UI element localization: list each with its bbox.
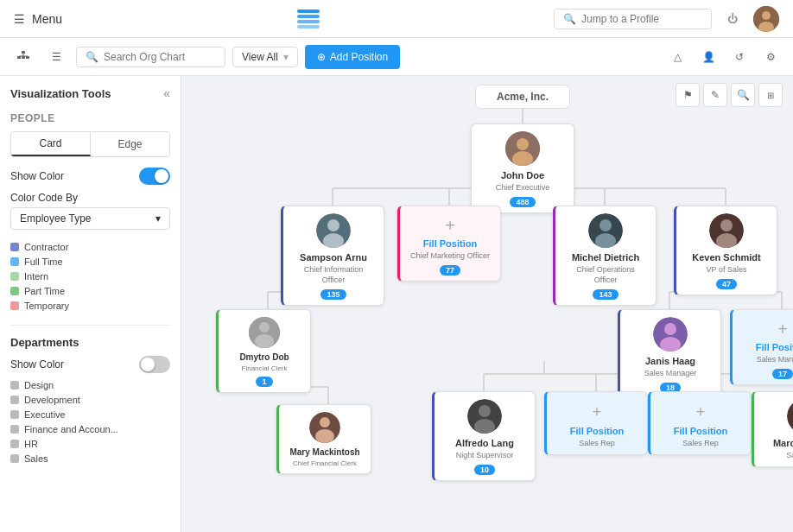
fc-badge: 1: [256, 377, 272, 387]
sales-mgr1-title: Sales Manager: [629, 369, 712, 379]
intern-color: [10, 272, 19, 281]
person-add-icon[interactable]: 👤: [696, 45, 720, 69]
user-avatar[interactable]: [753, 6, 779, 32]
sales-mgr1-avatar: [653, 317, 688, 352]
coo-avatar: [588, 213, 623, 248]
hierarchy-icon[interactable]: [10, 44, 36, 70]
legend-parttime: Part Time: [10, 286, 170, 296]
night-sup-photo: [467, 399, 502, 434]
dept-sales-label: Sales: [24, 453, 48, 464]
history-icon[interactable]: ↺: [727, 45, 752, 69]
list-view-icon[interactable]: ☰: [43, 44, 69, 70]
sales-rep1-name: Fill Position: [555, 425, 638, 437]
show-color-toggle[interactable]: [139, 168, 170, 185]
dept-show-color-label: Show Color: [10, 358, 64, 370]
employee-type-label: Employee Type: [20, 212, 92, 225]
sales-rep3-name: Marcus Smith: [763, 437, 793, 449]
add-position-label: Add Position: [330, 51, 388, 63]
night-sup-card[interactable]: Alfredo Lang Night Supervisor 10: [432, 391, 536, 481]
flag-tool[interactable]: ⚑: [676, 83, 700, 107]
svg-point-49: [259, 322, 270, 332]
cmo-card[interactable]: + Fill Position Chief Marketing Officer …: [397, 206, 501, 282]
chevron-down-icon: ▾: [283, 51, 289, 63]
employee-type-select[interactable]: Employee Type ▾: [10, 207, 170, 230]
sales-mgr2-card[interactable]: + Fill Position Sales Manager 17: [730, 309, 793, 385]
cfo-title: Chief Financial Clerk: [288, 459, 362, 468]
cio-photo: [316, 213, 351, 248]
sales-rep1-card[interactable]: + Fill Position Sales Rep: [544, 391, 648, 455]
zoom-out-tool[interactable]: 🔍: [731, 83, 755, 107]
visualization-sidebar: Visualization Tools « People Card Edge S…: [0, 76, 181, 532]
dept-design-label: Design: [24, 380, 54, 390]
svg-point-37: [517, 138, 529, 150]
fill-plus3-icon: +: [555, 404, 638, 420]
ceo-badge: 488: [510, 197, 535, 207]
fc-name: Dmytro Dob: [227, 352, 301, 363]
cmo-name: Fill Position: [409, 238, 492, 250]
hamburger-icon[interactable]: ☰: [14, 12, 25, 26]
night-sup-title: Night Supervisor: [443, 451, 526, 461]
cmo-title: Chief Marketing Officer: [409, 251, 492, 262]
show-color-label: Show Color: [10, 170, 64, 182]
sales-mgr1-name: Janis Haag: [629, 355, 712, 367]
contractor-label: Contractor: [24, 242, 68, 252]
sales-mgr2-name: Fill Position: [741, 341, 793, 353]
vps-badge: 47: [716, 279, 737, 289]
dept-development: Development: [10, 395, 170, 405]
profile-search-input[interactable]: [581, 13, 702, 25]
share-icon[interactable]: △: [665, 45, 689, 69]
profile-search[interactable]: 🔍: [554, 9, 712, 29]
view-all-dropdown[interactable]: View All ▾: [232, 47, 298, 67]
collapse-button[interactable]: «: [163, 86, 170, 100]
sales-mgr2-title: Sales Manager: [741, 355, 793, 365]
zoom-in-tool[interactable]: ⊞: [758, 83, 783, 107]
svg-rect-1: [297, 15, 320, 18]
cfo-card[interactable]: Mary Mackintosh Chief Financial Clerk: [276, 404, 371, 474]
coo-title: Chief Operations Officer: [564, 265, 647, 285]
sidebar-title: Visualization Tools: [10, 87, 111, 100]
sales-rep2-card[interactable]: + Fill Position Sales Rep: [648, 391, 752, 455]
svg-point-46: [720, 219, 733, 231]
cfo-photo: [309, 412, 340, 443]
org-search-input[interactable]: [104, 51, 216, 63]
sales-rep3-card[interactable]: Marcus Smith Sales Rep: [752, 391, 793, 467]
parttime-color: [10, 287, 19, 295]
ceo-card[interactable]: John Doe Chief Executive 488: [471, 124, 574, 213]
edit-tool[interactable]: ✎: [703, 83, 727, 107]
dept-show-color-toggle[interactable]: [139, 356, 170, 373]
dept-hr-label: HR: [24, 439, 38, 449]
org-chart-icon: [16, 50, 30, 64]
nav-right: 🔍 ⏻: [554, 6, 779, 32]
fc-card[interactable]: Dmytro Dob Financial Clerk 1: [216, 309, 311, 393]
fc-avatar: [249, 317, 280, 348]
settings-icon[interactable]: ⚙: [758, 45, 783, 69]
cio-title: Chief Information Officer: [292, 265, 375, 285]
cio-card[interactable]: Sampson Arnu Chief Information Officer 1…: [281, 206, 384, 306]
dept-show-color-row: Show Color: [10, 356, 170, 373]
svg-point-43: [600, 219, 612, 231]
legend-intern: Intern: [10, 271, 170, 282]
add-position-button[interactable]: ⊕ Add Position: [305, 45, 400, 69]
root-node[interactable]: Acme, Inc.: [475, 85, 570, 109]
tab-edge[interactable]: Edge: [91, 132, 169, 156]
sales-rep3-title: Sales Rep: [763, 451, 793, 461]
card-edge-tabs: Card Edge: [10, 131, 170, 157]
org-search-bar[interactable]: 🔍: [76, 47, 225, 67]
coo-photo: [588, 213, 623, 248]
dept-executive: Executive: [10, 409, 170, 420]
departments-title: Departments: [10, 336, 170, 349]
ceo-title: Chief Executive: [480, 183, 565, 193]
sidebar-divider: [10, 325, 170, 326]
power-icon[interactable]: ⏻: [720, 7, 745, 31]
legend-fulltime: Full Time: [10, 256, 170, 267]
sales-mgr1-card[interactable]: Janis Haag Sales Manager 18: [618, 309, 721, 399]
vps-card[interactable]: Keven Schmidt VP of Sales 47: [674, 206, 777, 295]
org-chart-canvas: ⚑ ✎ 🔍 ⊞: [181, 76, 793, 532]
tab-card[interactable]: Card: [11, 132, 91, 156]
menu-label: Menu: [32, 12, 62, 26]
sales-rep2-name: Fill Position: [659, 425, 742, 437]
sales-rep3-avatar: [787, 399, 793, 434]
coo-name: Michel Dietrich: [564, 251, 647, 263]
coo-card[interactable]: Michel Dietrich Chief Operations Officer…: [553, 206, 657, 306]
dept-sales: Sales: [10, 453, 170, 464]
